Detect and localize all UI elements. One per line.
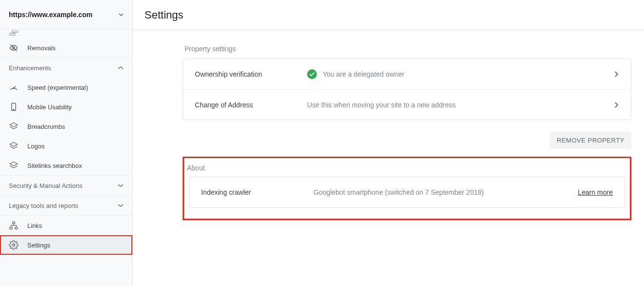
section-property-settings-label: Property settings [183, 45, 631, 53]
remove-property-button[interactable]: REMOVE PROPERTY [550, 132, 631, 149]
sidebar-item-sitelinks-searchbox[interactable]: Sitelinks searchbox [0, 156, 132, 175]
content: Property settings Ownership verification… [133, 30, 644, 286]
page-title: Settings [145, 9, 184, 21]
sidebar-item-label: Speed (experimental) [27, 84, 88, 91]
sitemap-icon [9, 221, 19, 230]
sidebar-item-settings[interactable]: Settings [0, 235, 132, 255]
generic-icon [9, 29, 19, 38]
sidebar-section-legacy[interactable]: Legacy tools and reports [0, 196, 132, 215]
sidebar-item-removals[interactable]: Removals [0, 38, 132, 58]
row-title: Change of Address [195, 101, 307, 109]
sidebar-item-speed[interactable]: Speed (experimental) [0, 78, 132, 97]
svg-rect-0 [9, 33, 15, 35]
check-circle-icon [307, 69, 317, 79]
row-status-text: Use this when moving your site to a new … [307, 101, 456, 109]
chevron-right-icon [614, 71, 619, 78]
row-status-text: Googlebot smartphone (switched on 7 Sept… [313, 188, 484, 196]
svg-rect-7 [10, 227, 12, 229]
sidebar-item-label: Links [27, 222, 42, 229]
svg-point-9 [13, 244, 15, 246]
row-title: Indexing crawler [201, 188, 313, 196]
svg-rect-8 [15, 227, 18, 229]
sidebar-item-breadcrumbs[interactable]: Breadcrumbs [0, 117, 132, 136]
sidebar-item-label: Breadcrumbs [27, 123, 65, 130]
sidebar-item-label: Sitelinks searchbox [27, 162, 82, 169]
topbar: Settings [133, 0, 644, 30]
section-label: Legacy tools and reports [9, 202, 78, 209]
sidebar-item-mobile-usability[interactable]: Mobile Usability [0, 97, 132, 117]
mobile-icon [9, 102, 19, 112]
sidebar-item-label: Removals [27, 44, 56, 52]
main: Settings Property settings Ownership ver… [133, 0, 644, 286]
sidebar-item-partial[interactable] [0, 29, 132, 38]
caret-down-icon [119, 13, 124, 16]
gear-icon [9, 240, 19, 250]
chevron-right-icon [614, 102, 619, 108]
chevron-down-icon [118, 184, 124, 187]
layers-icon [9, 161, 19, 170]
property-selector[interactable]: https://www.example.com [0, 0, 132, 29]
layers-icon [9, 122, 19, 131]
sidebar-item-links[interactable]: Links [0, 216, 132, 235]
sidebar-item-logos[interactable]: Logos [0, 136, 132, 156]
chevron-down-icon [118, 204, 124, 207]
sidebar-scroll: Removals Enhancements Speed (experimenta… [0, 29, 132, 286]
svg-rect-6 [13, 222, 15, 224]
learn-more-link[interactable]: Learn more [578, 188, 613, 196]
sidebar-item-label: Settings [27, 242, 50, 249]
section-about-label: About [187, 164, 625, 172]
svg-point-3 [13, 88, 14, 89]
about-section-highlight: About Indexing crawler Googlebot smartph… [183, 157, 631, 220]
property-settings-card: Ownership verification You are a delegat… [183, 59, 631, 120]
svg-rect-1 [12, 30, 18, 32]
sidebar-section-enhancements[interactable]: Enhancements [0, 58, 132, 78]
about-card: Indexing crawler Googlebot smartphone (s… [189, 177, 625, 208]
sidebar: https://www.example.com Removals Enhance… [0, 0, 133, 286]
svg-point-5 [13, 109, 14, 110]
section-label: Enhancements [9, 64, 51, 72]
sidebar-item-label: Mobile Usability [27, 103, 72, 111]
row-title: Ownership verification [195, 70, 307, 78]
section-label: Security & Manual Actions [9, 182, 83, 189]
row-indexing-crawler: Indexing crawler Googlebot smartphone (s… [189, 177, 624, 207]
eye-off-icon [9, 43, 19, 53]
sidebar-section-security[interactable]: Security & Manual Actions [0, 176, 132, 195]
row-change-of-address[interactable]: Change of Address Use this when moving y… [183, 89, 631, 120]
sidebar-item-label: Logos [27, 143, 44, 150]
row-status-text: You are a delegated owner [323, 70, 404, 78]
chevron-up-icon [118, 66, 124, 70]
row-ownership-verification[interactable]: Ownership verification You are a delegat… [183, 59, 631, 89]
gauge-icon [9, 82, 19, 92]
layers-icon [9, 141, 19, 151]
property-url: https://www.example.com [9, 11, 92, 19]
